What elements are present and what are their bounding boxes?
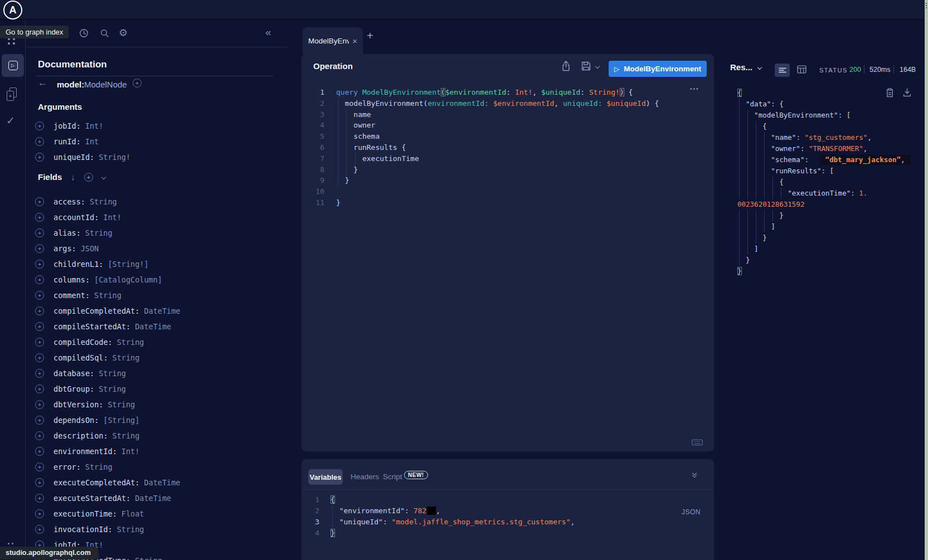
add-field-icon[interactable]: + [35,275,44,284]
response-body[interactable]: { "data": { "modelByEnvironment": [ { "n… [737,87,911,277]
field-row[interactable]: +columns:[CatalogColumn] [35,272,280,288]
code-line[interactable]: 8 } [302,164,659,176]
code-line[interactable]: 3 name [302,109,659,120]
tab-variables[interactable]: Variables [308,469,343,485]
argument-row[interactable]: +uniqueId:String! [35,149,275,165]
code-line[interactable]: 2 modelByEnvironment(environmentId: $env… [302,98,659,109]
field-row[interactable]: +childrenL1:[String!] [35,256,280,272]
code-line[interactable]: { [737,87,911,99]
keyboard-shortcuts-icon[interactable] [692,439,703,446]
operation-tab[interactable]: ModelByEnvi... × [303,27,363,54]
code-line[interactable]: "schema": “dbt_mary_jackson”, [737,154,911,165]
apollo-logo[interactable]: A [3,1,22,20]
tab-script[interactable]: Script [383,473,402,481]
field-row[interactable]: +invocationId:String [35,522,280,537]
back-arrow-icon[interactable]: ← [38,77,47,89]
code-line[interactable]: } [737,266,911,277]
field-row[interactable]: +compiledCode:String [35,334,280,350]
code-line[interactable]: "modelByEnvironment": [ [737,110,911,121]
variables-editor[interactable]: 1{2 "environmentId": 782,3 "uniqueId": "… [302,494,575,539]
code-line[interactable]: } [737,232,911,244]
code-line[interactable]: 4} [302,528,575,539]
sort-descending-icon[interactable]: ↓ [71,172,75,182]
collapse-sidebar-icon[interactable]: « [265,26,271,38]
code-line[interactable]: 7 executionTime [302,153,659,164]
code-line[interactable]: } [737,210,911,221]
code-line[interactable]: 0023620128631592 [737,199,911,210]
code-line[interactable]: 4 owner [302,120,659,131]
code-line[interactable]: "owner": "TRANSFORMER", [737,143,911,154]
code-line[interactable]: { [737,177,911,188]
save-menu-chevron-icon[interactable] [595,64,600,69]
add-field-icon[interactable]: + [35,478,44,487]
add-field-icon[interactable]: + [35,494,44,503]
add-field-icon[interactable]: + [35,369,44,378]
code-line[interactable]: 9 } [302,175,659,186]
sidebar-item-explorer[interactable]: ▷ [2,54,24,77]
field-row[interactable]: +alias:String [35,225,280,241]
code-line[interactable]: "data": { [737,99,911,110]
code-line[interactable]: ] [737,244,911,255]
field-row[interactable]: +args:JSON [35,241,280,256]
view-raw-toggle[interactable] [775,64,790,77]
search-icon[interactable] [100,28,109,38]
history-icon[interactable] [79,28,89,38]
field-row[interactable]: +dbtGroup:String [35,381,280,397]
add-field-icon[interactable]: + [35,260,44,269]
code-line[interactable]: "runResults": [ [737,165,911,177]
add-field-icon[interactable]: + [35,291,44,300]
add-field-icon[interactable]: + [35,197,44,206]
operation-menu-icon[interactable]: ••• [690,86,699,92]
sidebar-item-checks[interactable]: ✓ [6,114,15,127]
add-field-icon[interactable]: + [35,322,44,331]
new-tab-icon[interactable]: + [367,30,373,42]
code-line[interactable]: "executionTime": 1. [737,188,911,199]
run-operation-button[interactable]: ▷ ModelByEnvironment [609,61,707,77]
code-line[interactable]: 1{ [302,494,575,505]
add-field-icon[interactable]: + [35,137,44,146]
field-row[interactable]: +environmentId:Int! [35,444,280,459]
tab-headers[interactable]: Headers [351,473,379,481]
field-row[interactable]: +dependsOn:[String] [35,412,280,428]
field-row[interactable]: +dbtVersion:String [35,397,280,412]
sidebar-item-schema-diff[interactable]: + [7,87,19,102]
field-row[interactable]: +database:String [35,366,280,381]
code-line[interactable]: 11} [302,197,659,208]
breadcrumb-type-link[interactable]: ModelNode [84,80,127,89]
add-field-icon[interactable]: + [35,462,44,471]
add-field-icon[interactable]: + [35,400,44,409]
field-row[interactable]: +executeCompletedAt:DateTime [35,475,280,490]
add-field-icon[interactable]: + [35,244,44,253]
add-all-fields-icon[interactable]: + [84,173,93,182]
argument-row[interactable]: +jobId:Int! [35,118,275,134]
share-icon[interactable] [561,61,571,71]
field-row[interactable]: +executionTime:Float [35,506,280,522]
field-row[interactable]: +comment:String [35,288,280,303]
settings-gear-icon[interactable]: ⚙ [119,27,128,39]
graph-index-icon[interactable] [8,38,16,45]
collapse-panel-icon[interactable] [693,471,696,476]
rail-more-icon[interactable] [8,543,13,544]
argument-row[interactable]: +runId:Int [35,134,275,149]
field-row[interactable]: +compileStartedAt:DateTime [35,319,280,334]
response-menu-chevron-icon[interactable] [757,65,762,70]
view-table-toggle[interactable] [797,65,806,74]
add-field-icon[interactable]: + [35,384,44,393]
code-line[interactable]: 5 schema [302,131,659,142]
add-field-icon[interactable]: + [35,353,44,362]
code-line[interactable]: { [737,121,911,132]
save-icon[interactable] [581,61,591,71]
code-line[interactable]: 10 [302,186,659,197]
field-row[interactable]: +compileCompletedAt:DateTime [35,303,280,319]
add-field-icon[interactable]: + [35,431,44,440]
add-field-icon[interactable]: + [35,228,44,237]
field-row[interactable]: +accountId:Int! [35,210,280,225]
code-line[interactable]: "name": "stg_customers", [737,132,911,143]
add-field-icon[interactable]: + [35,447,44,456]
add-field-icon[interactable]: + [35,525,44,534]
operation-editor[interactable]: 1query ModelByEnvironment($environmentId… [302,87,659,208]
code-line[interactable]: ] [737,221,911,232]
field-row[interactable]: +compiledSql:String [35,350,280,366]
add-field-icon[interactable]: + [35,306,44,315]
field-row[interactable]: +access:String [35,194,280,210]
